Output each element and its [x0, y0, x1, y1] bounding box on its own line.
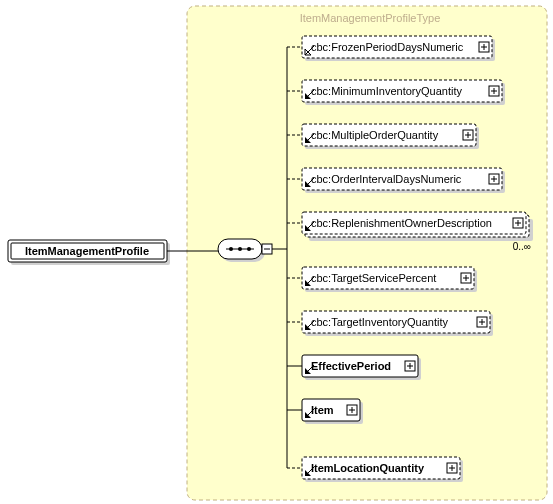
svg-text:cbc:MultipleOrderQuantity: cbc:MultipleOrderQuantity: [311, 129, 439, 141]
child-expand-1[interactable]: [479, 42, 489, 52]
child-expand-4[interactable]: [489, 174, 499, 184]
svg-text:cbc:ReplenishmentOwnerDescript: cbc:ReplenishmentOwnerDescription: [311, 217, 492, 229]
child-target-inventory-quantity: cbc:TargetInventoryQuantity: [287, 311, 493, 336]
child-expand-5[interactable]: [513, 218, 523, 228]
svg-point-11: [247, 247, 251, 251]
child-expand-6[interactable]: [461, 273, 471, 283]
svg-text:Item: Item: [311, 404, 334, 416]
child-expand-3[interactable]: [463, 130, 473, 140]
root-element: ItemManagementProfile: [8, 240, 170, 265]
svg-text:ItemManagementProfile: ItemManagementProfile: [25, 245, 149, 257]
sequence-compositor: [218, 239, 265, 262]
svg-text:ItemLocationQuantity: ItemLocationQuantity: [311, 462, 425, 474]
svg-text:cbc:TargetServicePercent: cbc:TargetServicePercent: [311, 272, 436, 284]
svg-text:EffectivePeriod: EffectivePeriod: [311, 360, 391, 372]
svg-text:cbc:MinimumInventoryQuantity: cbc:MinimumInventoryQuantity: [311, 85, 462, 97]
type-label: ItemManagementProfileType: [300, 12, 441, 24]
svg-point-10: [238, 247, 242, 251]
svg-text:cbc:FrozenPeriodDaysNumeric: cbc:FrozenPeriodDaysNumeric: [311, 41, 464, 53]
child-minimum-inventory-quantity: cbc:MinimumInventoryQuantity: [287, 80, 505, 105]
child-expand-9[interactable]: [347, 405, 357, 415]
child-expand-10[interactable]: [447, 463, 457, 473]
child-target-service-percent: cbc:TargetServicePercent: [287, 267, 477, 292]
child-expand-2[interactable]: [489, 86, 499, 96]
child-multiple-order-quantity: cbc:MultipleOrderQuantity: [287, 124, 479, 149]
svg-text:cbc:OrderIntervalDaysNumeric: cbc:OrderIntervalDaysNumeric: [311, 173, 462, 185]
child-order-interval-days-numeric: cbc:OrderIntervalDaysNumeric: [287, 168, 505, 193]
child-expand-7[interactable]: [477, 317, 487, 327]
svg-point-9: [229, 247, 233, 251]
child-expand-8[interactable]: [405, 361, 415, 371]
child-frozen-period-days-numeric: cbc:FrozenPeriodDaysNumeric: [287, 36, 495, 61]
cardinality-label: 0..∞: [513, 241, 531, 252]
svg-text:cbc:TargetInventoryQuantity: cbc:TargetInventoryQuantity: [311, 316, 448, 328]
sequence-expand-toggle[interactable]: [262, 244, 272, 254]
child-effective-period: EffectivePeriod: [287, 355, 421, 380]
child-item-location-quantity: ItemLocationQuantity: [287, 457, 463, 482]
